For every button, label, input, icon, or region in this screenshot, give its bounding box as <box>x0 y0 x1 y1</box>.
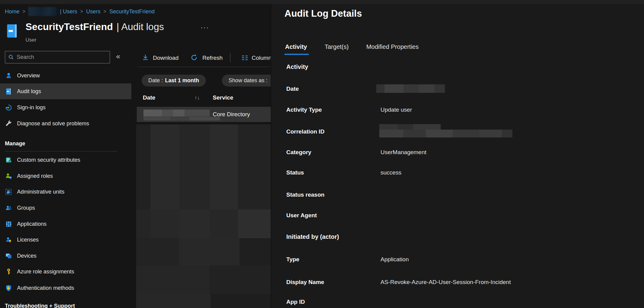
column-header-date[interactable]: Date <box>143 94 155 101</box>
refresh-icon <box>190 54 198 61</box>
sidebar-item-devices[interactable]: Devices <box>0 248 131 264</box>
sidebar-item-diagnose[interactable]: Diagnose and solve problems <box>0 116 131 131</box>
search-icon <box>8 54 14 60</box>
tab-modified-properties[interactable]: Modified Properties <box>366 43 418 50</box>
licenses-icon <box>5 236 12 243</box>
person-icon <box>5 72 12 79</box>
download-icon <box>142 54 149 61</box>
redacted-table-rows <box>136 124 271 308</box>
breadcrumb-tenant-users[interactable]: | Users <box>60 8 77 15</box>
sidebar-item-administrative-units[interactable]: Administrative units <box>0 184 131 200</box>
active-tab-underline <box>284 54 309 55</box>
audit-book-icon <box>5 88 12 95</box>
row-service-value: Core Directory <box>213 107 250 122</box>
status-value: success <box>381 169 401 176</box>
section-header-initiated-by: Initiated by (actor) <box>286 233 339 240</box>
field-correlation-id: Correlation ID <box>271 128 644 137</box>
sort-arrows-icon[interactable]: ↑↓ <box>195 95 200 101</box>
field-activity-type: Activity Type Update user <box>271 107 644 116</box>
search-input[interactable] <box>17 54 107 60</box>
panel-title: Audit Log Details <box>284 8 362 19</box>
sidebar-item-azure-role-assignments[interactable]: Azure role assignments <box>0 264 131 279</box>
field-actor-display-name: Display Name AS-Revoke-Azure-AD-User-Ses… <box>271 279 644 288</box>
field-actor-app-id: App ID <box>271 299 644 308</box>
filter-pill-date[interactable]: Date : Last 1 month <box>142 75 206 86</box>
user-book-icon <box>6 24 18 38</box>
redacted-correlation-id-value <box>379 130 512 137</box>
breadcrumb-current-user[interactable]: SecurityTestFriend <box>109 8 155 15</box>
breadcrumb: Home > | Users > Users > SecurityTestFri… <box>5 7 155 16</box>
key-icon <box>5 268 12 275</box>
devices-icon <box>5 252 12 259</box>
toolbar-rule <box>138 67 271 67</box>
sidebar-item-assigned-roles[interactable]: Assigned roles <box>0 168 131 184</box>
redacted-row-subtext <box>143 117 220 120</box>
redacted-tenant-name <box>28 7 57 16</box>
sidebar-item-groups[interactable]: Groups <box>0 200 131 216</box>
redacted-row-date <box>143 110 210 117</box>
sidebar-item-licenses[interactable]: Licenses <box>0 232 131 248</box>
tab-targets[interactable]: Target(s) <box>325 43 349 50</box>
sidebar-item-overview[interactable]: Overview <box>0 68 131 83</box>
redacted-correlation-id-top <box>379 124 441 130</box>
actor-type-value: Application <box>381 256 409 263</box>
assigned-roles-icon <box>5 173 12 180</box>
groups-icon <box>5 205 12 212</box>
breadcrumb-users[interactable]: Users <box>86 8 100 15</box>
shield-lock-icon <box>5 285 12 292</box>
applications-grid-icon <box>5 221 12 228</box>
download-button[interactable]: Download <box>153 55 179 61</box>
custom-attributes-icon <box>5 157 12 164</box>
breadcrumb-separator: > <box>22 9 25 14</box>
sign-in-logs-icon <box>5 104 12 111</box>
audit-log-details-panel: Audit Log Details Activity Target(s) Mod… <box>271 4 644 308</box>
filter-pill-show-dates[interactable]: Show dates as : <box>222 75 271 86</box>
field-category: Category UserManagement <box>271 149 644 158</box>
breadcrumb-home[interactable]: Home <box>5 8 19 15</box>
refresh-button[interactable]: Refresh <box>202 55 223 61</box>
page-title: SecurityTestFriend| Audit logs <box>26 21 164 32</box>
administrative-units-icon <box>5 188 12 195</box>
field-user-agent: User Agent <box>271 212 644 221</box>
filter-date-value: Last 1 month <box>165 77 199 84</box>
filter-date-key: Date : <box>148 77 163 84</box>
activity-type-value: Update user <box>381 107 412 113</box>
page-title-section: | Audit logs <box>116 21 164 32</box>
column-header-service[interactable]: Service <box>213 94 233 101</box>
section-header-activity: Activity <box>286 63 308 70</box>
collapse-sidebar-button[interactable]: « <box>116 52 120 61</box>
sidebar-item-applications[interactable]: Applications <box>0 216 131 232</box>
sidebar-header-manage: Manage <box>5 140 25 147</box>
breadcrumb-separator: > <box>80 9 83 14</box>
sidebar-divider <box>5 151 117 151</box>
sidebar-item-custom-security-attributes[interactable]: Custom security attributes <box>0 152 131 168</box>
field-date: Date <box>271 86 644 95</box>
sidebar-item-audit-logs[interactable]: Audit logs <box>0 83 131 99</box>
actor-display-name-value: AS-Revoke-Azure-AD-User-Session-From-Inc… <box>381 279 511 286</box>
wrench-icon <box>5 120 12 127</box>
category-value: UserManagement <box>381 149 426 156</box>
redacted-date-value <box>376 84 445 93</box>
sidebar-search-box[interactable] <box>5 51 110 63</box>
page-subtitle: User <box>26 37 36 43</box>
breadcrumb-separator: > <box>103 9 106 14</box>
field-actor-type: Type Application <box>271 256 644 265</box>
columns-icon <box>241 54 249 62</box>
azure-portal-screen: Home > | Users > Users > SecurityTestFri… <box>0 0 644 308</box>
sidebar-item-sign-in-logs[interactable]: Sign-in logs <box>0 100 131 115</box>
sidebar-item-authentication-methods[interactable]: Authentication methods <box>0 280 131 296</box>
audit-log-row-selected[interactable]: Core Directory <box>137 107 271 122</box>
toolbar-divider <box>230 53 230 62</box>
tab-activity[interactable]: Activity <box>285 43 307 50</box>
main-region: Home > | Users > Users > SecurityTestFri… <box>0 0 271 308</box>
columns-button[interactable]: Columns <box>252 55 271 61</box>
filter-show-dates-key: Show dates as : <box>229 77 267 84</box>
panel-tabs: Activity Target(s) Modified Properties <box>285 43 418 50</box>
field-status: Status success <box>271 169 644 178</box>
field-status-reason: Status reason <box>271 191 644 201</box>
more-options-button[interactable]: ··· <box>201 24 209 32</box>
page-title-user: SecurityTestFriend <box>26 21 113 32</box>
sidebar-header-troubleshooting: Troubleshooting + Support <box>5 303 75 308</box>
